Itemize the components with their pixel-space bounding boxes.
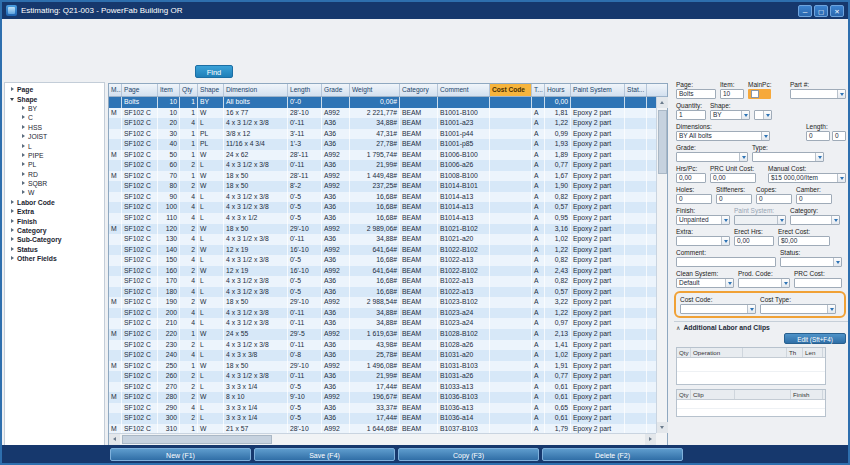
dimensions-select[interactable]: BY All bolts bbox=[676, 131, 770, 141]
holes-field[interactable]: 0 bbox=[676, 194, 712, 204]
table-row[interactable]: SF102 C1402W12 x 1916'-10A992641,64#BEAM… bbox=[109, 245, 656, 256]
table-row[interactable]: SF102 C2602L4 x 3 1/2 x 3/80'-11A3621,99… bbox=[109, 371, 656, 382]
column-header-weight[interactable]: Weight bbox=[350, 84, 400, 96]
comment-field[interactable] bbox=[676, 257, 776, 267]
column-header-qty[interactable]: Qty bbox=[180, 84, 198, 96]
expand-icon[interactable] bbox=[8, 235, 17, 244]
expand-icon[interactable] bbox=[8, 198, 17, 207]
column-header-comment[interactable]: Comment bbox=[438, 84, 490, 96]
column-header-page[interactable]: Page bbox=[122, 84, 158, 96]
table-row[interactable]: SF102 C1104L4 x 3 x 1/20'-5A3616,68#BEAM… bbox=[109, 213, 656, 224]
mainpc-checkbox[interactable] bbox=[751, 90, 759, 98]
tree-item-other-fields[interactable]: Other Fields bbox=[5, 254, 104, 263]
table-row[interactable]: SF102 C2404L4 x 3 x 3/80'-8A3625,78#BEAM… bbox=[109, 350, 656, 361]
table-row[interactable]: SF102 C1004L4 x 3 1/2 x 3/80'-5A3616,68#… bbox=[109, 202, 656, 213]
tree-item-sqbr[interactable]: SQBR bbox=[5, 179, 104, 188]
expand-icon[interactable] bbox=[8, 207, 17, 216]
paint-system-select[interactable] bbox=[734, 215, 786, 225]
new-button[interactable]: New (F1) bbox=[110, 448, 251, 461]
column-header-hours[interactable]: Hours bbox=[545, 84, 571, 96]
expand-icon[interactable] bbox=[19, 132, 28, 141]
tree-item-status[interactable]: Status bbox=[5, 245, 104, 254]
quantity-field[interactable]: 1 bbox=[676, 110, 706, 120]
table-row[interactable]: SF102 C904L4 x 3 1/2 x 3/80'-5A3616,68#B… bbox=[109, 192, 656, 203]
chevron-down-icon[interactable] bbox=[777, 216, 785, 224]
table-row[interactable]: SF102 C1704L4 x 3 1/2 x 3/80'-5A3616,68#… bbox=[109, 276, 656, 287]
table-row[interactable]: SF102 C2702L3 x 3 x 1/40'-5A3617,44#BEAM… bbox=[109, 382, 656, 393]
chevron-down-icon[interactable] bbox=[815, 153, 823, 161]
save-button[interactable]: Save (F4) bbox=[254, 448, 395, 461]
table-row[interactable]: MSF102 C501W24 x 6228'-11A9921 795,74#BE… bbox=[109, 150, 656, 161]
column-header-paint-system[interactable]: Paint System bbox=[571, 84, 625, 96]
tree-item-hss[interactable]: HSS bbox=[5, 123, 104, 132]
table-row[interactable]: SF102 C2302L4 x 3 1/2 x 3/80'-11A3643,98… bbox=[109, 340, 656, 351]
prc-unit-cost-field[interactable]: 0,00 bbox=[710, 173, 756, 183]
find-button[interactable]: Find bbox=[195, 65, 233, 78]
grade-select[interactable] bbox=[676, 152, 748, 162]
column-header-shape[interactable]: Shape bbox=[198, 84, 224, 96]
tree-item-labor-code[interactable]: Labor Code bbox=[5, 198, 104, 207]
tree-item-sub-category[interactable]: Sub-Category bbox=[5, 235, 104, 244]
table-row[interactable]: SF102 C1304L4 x 3 1/2 x 3/80'-11A3634,88… bbox=[109, 234, 656, 245]
expand-icon[interactable] bbox=[8, 217, 17, 226]
tree-item-l[interactable]: L bbox=[5, 141, 104, 150]
expand-icon[interactable] bbox=[8, 245, 17, 254]
clean-system-select[interactable]: Default bbox=[676, 278, 734, 288]
vertical-scrollbar[interactable] bbox=[656, 97, 667, 433]
type-select[interactable] bbox=[752, 152, 824, 162]
column-header-item[interactable]: Item bbox=[158, 84, 180, 96]
table-row[interactable]: MSF102 C101W16 x 7728'-10A9922 221,77#BE… bbox=[109, 108, 656, 119]
part-number-select[interactable] bbox=[790, 89, 846, 99]
chevron-down-icon[interactable] bbox=[763, 111, 771, 119]
copy-button[interactable]: Copy (F3) bbox=[398, 448, 539, 461]
column-header-cost-code[interactable]: Cost Code bbox=[490, 84, 532, 96]
chevron-down-icon[interactable] bbox=[741, 111, 749, 119]
item-field[interactable]: 10 bbox=[720, 89, 744, 99]
scroll-down-button[interactable] bbox=[657, 422, 668, 433]
table-row[interactable]: MSF102 C701W18 x 5028'-11A9921 449,48#BE… bbox=[109, 171, 656, 182]
table-row[interactable]: MSF102 C1902W18 x 5029'-10A9922 988,54#B… bbox=[109, 297, 656, 308]
tree-item-pipe[interactable]: PIPE bbox=[5, 151, 104, 160]
finish-select[interactable]: Unpainted bbox=[676, 215, 730, 225]
scroll-right-button[interactable] bbox=[645, 434, 656, 445]
tree-item-by[interactable]: BY bbox=[5, 104, 104, 113]
table-row[interactable]: SF102 C1602W12 x 1916'-10A992641,64#BEAM… bbox=[109, 266, 656, 277]
tree-item-c[interactable]: C bbox=[5, 113, 104, 122]
table-row[interactable]: SF102 C204L4 x 3 1/2 x 3/80'-11A3634,88#… bbox=[109, 118, 656, 129]
extra-select[interactable] bbox=[676, 236, 730, 246]
chevron-down-icon[interactable] bbox=[837, 90, 845, 98]
table-row[interactable]: MSF102 C2501W18 x 5029'-10A9921 496,08#B… bbox=[109, 361, 656, 372]
erect-cost-field[interactable]: $0,00 bbox=[778, 236, 830, 246]
expand-icon[interactable] bbox=[19, 104, 28, 113]
expand-icon[interactable] bbox=[19, 113, 28, 122]
tree-item-finish[interactable]: Finish bbox=[5, 216, 104, 225]
expand-icon[interactable] bbox=[8, 254, 17, 263]
table-row[interactable]: SF102 C301PL3/8 x 123'-11A3647,31#BEAMB1… bbox=[109, 129, 656, 140]
column-header-category[interactable]: Category bbox=[400, 84, 438, 96]
minimize-button[interactable]: ─ bbox=[798, 5, 812, 17]
tree-item-shape[interactable]: Shape bbox=[5, 94, 104, 103]
table-row[interactable]: SF102 C1804L4 x 3 1/2 x 3/80'-5A3616,68#… bbox=[109, 287, 656, 298]
delete-button[interactable]: Delete (F2) bbox=[542, 448, 683, 461]
column-header-m[interactable]: M... bbox=[109, 84, 122, 96]
tree-item-joist[interactable]: JOIST bbox=[5, 132, 104, 141]
expand-icon[interactable] bbox=[8, 226, 17, 235]
horizontal-scroll-thumb[interactable] bbox=[122, 435, 272, 444]
tree-item-w[interactable]: W bbox=[5, 188, 104, 197]
operations-table-body[interactable] bbox=[677, 358, 825, 384]
table-row[interactable]: SF102 C401PL11/16 x 4 3/41'-3A3627,78#BE… bbox=[109, 139, 656, 150]
table-row[interactable]: MSF102 C2802W8 x 109'-10A992196,67#BEAMB… bbox=[109, 392, 656, 403]
column-header-dimension[interactable]: Dimension bbox=[224, 84, 288, 96]
expand-icon[interactable] bbox=[19, 188, 28, 197]
horizontal-scrollbar[interactable] bbox=[109, 433, 656, 445]
tree-item-pl[interactable]: PL bbox=[5, 160, 104, 169]
table-row[interactable]: SF102 C3002L3 x 3 x 1/40'-5A3617,44#BEAM… bbox=[109, 413, 656, 424]
expand-icon[interactable] bbox=[19, 170, 28, 179]
collapse-icon[interactable] bbox=[8, 95, 17, 104]
tree-item-category[interactable]: Category bbox=[5, 226, 104, 235]
stiffeners-field[interactable]: 0 bbox=[716, 194, 752, 204]
column-header-t[interactable]: T... bbox=[532, 84, 545, 96]
table-row[interactable]: MSF102 C3101W21 x 5728'-10A9921 644,68#B… bbox=[109, 424, 656, 433]
chevron-down-icon[interactable] bbox=[781, 279, 789, 287]
table-row[interactable]: SF102 C802W18 x 508'-2A992237,25#BEAMB10… bbox=[109, 181, 656, 192]
